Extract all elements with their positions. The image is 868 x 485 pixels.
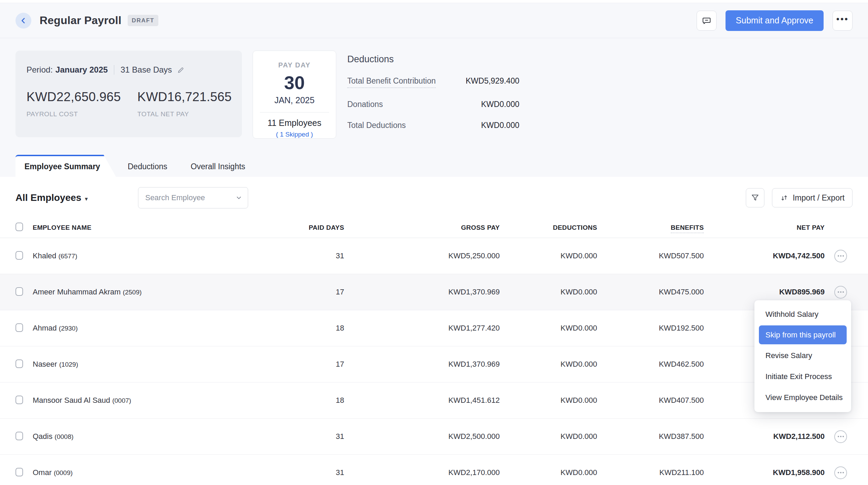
- gross-pay-cell: KWD1,451.612: [344, 396, 500, 405]
- search-employee-input[interactable]: [138, 187, 248, 208]
- menu-item-skip-from-payroll[interactable]: Skip from this payroll: [759, 325, 847, 344]
- tab-deductions[interactable]: Deductions: [116, 156, 179, 177]
- net-pay-cell: KWD2,112.500: [704, 432, 825, 441]
- menu-item-view-employee-details[interactable]: View Employee Details: [754, 387, 851, 408]
- employee-id: (0008): [55, 433, 74, 440]
- comment-icon: [702, 16, 711, 25]
- submit-and-approve-button[interactable]: Submit and Approve: [726, 10, 824, 31]
- net-pay-cell: KWD4,742.500: [704, 251, 825, 260]
- total-deductions-label: Total Deductions: [347, 121, 406, 130]
- benefits-cell: KWD462.500: [597, 360, 704, 369]
- benefits-cell: KWD475.000: [597, 288, 704, 297]
- payday-label: PAY DAY: [253, 61, 336, 69]
- donations-value: KWD0.000: [481, 100, 519, 109]
- total-benefit-contribution-label: Total Benefit Contribution: [347, 76, 436, 88]
- row-checkbox[interactable]: [15, 287, 23, 296]
- column-employee-name: EMPLOYEE NAME: [33, 224, 239, 231]
- tab-bar: Employee Summary Deductions Overall Insi…: [0, 155, 868, 177]
- row-checkbox[interactable]: [15, 396, 23, 404]
- row-actions-button[interactable]: [834, 466, 847, 479]
- row-context-menu: Withhold Salary Skip from this payroll R…: [754, 300, 851, 412]
- period-value: January 2025: [55, 65, 108, 75]
- paid-days-cell: 31: [239, 468, 344, 477]
- filter-button[interactable]: [746, 188, 764, 207]
- employee-summary-panel: All Employees ▾ Import / Export: [0, 177, 868, 485]
- employee-id: (1029): [59, 361, 78, 368]
- paid-days-cell: 18: [239, 396, 344, 405]
- table-row[interactable]: Ahmad (2930) 18 KWD1,277.420 KWD0.000 KW…: [0, 310, 868, 346]
- skipped-employees-link[interactable]: ( 1 Skipped ): [253, 131, 336, 138]
- menu-item-withhold-salary[interactable]: Withhold Salary: [754, 304, 851, 325]
- base-days: 31 Base Days: [120, 65, 172, 75]
- period-card: Period: January 2025 31 Base Days KWD22,…: [15, 51, 242, 137]
- employee-name: Khaled: [33, 251, 56, 260]
- benefits-cell: KWD211.100: [597, 468, 704, 477]
- chevron-left-icon: [19, 17, 28, 25]
- column-benefits: BENEFITS: [597, 224, 704, 231]
- employee-id: (2509): [123, 289, 142, 296]
- table-toolbar: All Employees ▾ Import / Export: [0, 177, 868, 217]
- column-gross-pay: GROSS PAY: [344, 224, 500, 231]
- page-title: Regular Payroll: [40, 14, 121, 27]
- tab-employee-summary[interactable]: Employee Summary: [15, 155, 116, 177]
- deductions-cell: KWD0.000: [500, 396, 597, 405]
- summary-section: Period: January 2025 31 Base Days KWD22,…: [0, 38, 868, 139]
- payroll-page: Regular Payroll DRAFT Submit and Approve…: [0, 0, 868, 485]
- row-checkbox[interactable]: [15, 359, 23, 368]
- gross-pay-cell: KWD5,250.000: [344, 251, 500, 260]
- employee-filter-dropdown[interactable]: All Employees ▾: [15, 192, 88, 203]
- deductions-panel: Deductions Total Benefit Contribution KW…: [347, 51, 519, 130]
- payday-card: PAY DAY 30 JAN, 2025 11 Employees ( 1 Sk…: [253, 51, 336, 139]
- row-actions-button[interactable]: [834, 430, 847, 443]
- row-checkbox[interactable]: [15, 323, 23, 332]
- benefits-cell: KWD407.500: [597, 396, 704, 405]
- employee-name: Qadis: [33, 432, 52, 441]
- employee-id: (0007): [112, 397, 131, 404]
- comments-button[interactable]: [697, 11, 717, 31]
- table-row[interactable]: Qadis (0008) 31 KWD2,500.000 KWD0.000 KW…: [0, 419, 868, 455]
- deductions-cell: KWD0.000: [500, 432, 597, 441]
- employee-filter-label: All Employees: [15, 192, 81, 203]
- edit-period-button[interactable]: [177, 66, 185, 74]
- employee-name: Naseer: [33, 360, 57, 368]
- paid-days-cell: 17: [239, 360, 344, 369]
- table-row[interactable]: Mansoor Saud Al Saud (0007) 18 KWD1,451.…: [0, 382, 868, 419]
- row-checkbox[interactable]: [15, 432, 23, 440]
- divider: [114, 65, 114, 75]
- caret-down-icon: ▾: [85, 193, 88, 203]
- import-export-button[interactable]: Import / Export: [772, 188, 853, 207]
- table-row[interactable]: Naseer (1029) 17 KWD1,370.969 KWD0.000 K…: [0, 346, 868, 382]
- paid-days-cell: 17: [239, 288, 344, 297]
- row-checkbox[interactable]: [15, 468, 23, 476]
- more-actions-button[interactable]: •••: [833, 11, 853, 31]
- row-checkbox[interactable]: [15, 251, 23, 260]
- gross-pay-cell: KWD1,370.969: [344, 360, 500, 369]
- deductions-title: Deductions: [347, 54, 519, 65]
- back-button[interactable]: [15, 13, 31, 29]
- table-row[interactable]: Omar (0009) 31 KWD2,170.000 KWD0.000 KWD…: [0, 455, 868, 485]
- ellipsis-icon: •••: [836, 19, 849, 22]
- gross-pay-cell: KWD2,500.000: [344, 432, 500, 441]
- table-row[interactable]: Khaled (6577) 31 KWD5,250.000 KWD0.000 K…: [0, 238, 868, 274]
- menu-item-revise-salary[interactable]: Revise Salary: [754, 345, 851, 366]
- funnel-icon: [751, 193, 760, 202]
- table-header-row: EMPLOYEE NAME PAID DAYS GROSS PAY DEDUCT…: [0, 217, 868, 238]
- row-actions-button[interactable]: [834, 286, 847, 299]
- import-export-label: Import / Export: [793, 193, 845, 203]
- row-actions-button[interactable]: [834, 250, 847, 262]
- employee-name: Omar: [33, 468, 52, 477]
- total-benefit-contribution-value: KWD5,929.400: [466, 76, 519, 86]
- deductions-cell: KWD0.000: [500, 288, 597, 297]
- menu-item-initiate-exit-process[interactable]: Initiate Exit Process: [754, 366, 851, 387]
- deductions-cell: KWD0.000: [500, 468, 597, 477]
- table-row[interactable]: Ameer Muhammad Akram (2509) 17 KWD1,370.…: [0, 274, 868, 310]
- employee-search-combo: [138, 187, 248, 208]
- gross-pay-cell: KWD1,277.420: [344, 324, 500, 333]
- benefits-cell: KWD387.500: [597, 432, 704, 441]
- tab-overall-insights[interactable]: Overall Insights: [179, 156, 257, 177]
- payday-month-year: JAN, 2025: [253, 95, 336, 105]
- benefits-cell: KWD192.500: [597, 324, 704, 333]
- top-strip: [0, 0, 868, 3]
- column-net-pay: NET PAY: [704, 224, 825, 231]
- select-all-checkbox[interactable]: [15, 223, 23, 231]
